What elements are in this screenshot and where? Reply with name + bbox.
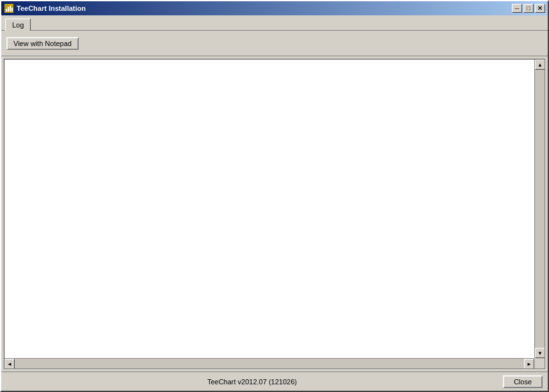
- version-text: TeeChart v2012.07 (121026): [6, 378, 498, 386]
- scroll-corner: [534, 358, 545, 368]
- window-title: TeeChart Installation: [17, 4, 86, 12]
- svg-rect-1: [6, 9, 7, 12]
- svg-rect-4: [12, 8, 13, 12]
- scrollbar-vertical: ▲ ▼: [534, 59, 545, 358]
- scroll-left-button[interactable]: ◄: [4, 359, 15, 369]
- svg-rect-2: [8, 7, 9, 12]
- title-bar-buttons: ─ □ ✕: [512, 4, 545, 13]
- scroll-right-button[interactable]: ►: [524, 359, 534, 369]
- title-bar-left: TeeChart Installation: [4, 3, 86, 13]
- scroll-up-button[interactable]: ▲: [535, 59, 545, 70]
- close-window-button[interactable]: ✕: [535, 4, 545, 13]
- scroll-down-button[interactable]: ▼: [535, 348, 545, 358]
- status-bar: TeeChart v2012.07 (121026) Close: [1, 372, 548, 391]
- toolbar: View with Notepad: [1, 31, 548, 56]
- log-panel: ▲ ▼ ◄ ►: [4, 59, 545, 369]
- svg-rect-3: [10, 6, 11, 12]
- tab-log[interactable]: Log: [5, 19, 31, 31]
- main-window: TeeChart Installation ─ □ ✕ Log View wit…: [0, 0, 549, 392]
- content-area: ▲ ▼ ◄ ►: [1, 56, 548, 372]
- log-content: [4, 59, 545, 358]
- close-button[interactable]: Close: [503, 375, 543, 388]
- scroll-track-horizontal[interactable]: [15, 359, 524, 368]
- chart-icon: [4, 3, 14, 13]
- minimize-button[interactable]: ─: [512, 4, 522, 13]
- maximize-button[interactable]: □: [523, 4, 534, 13]
- scroll-track-vertical[interactable]: [535, 70, 545, 348]
- view-notepad-button[interactable]: View with Notepad: [6, 37, 79, 50]
- tab-bar: Log: [1, 15, 548, 31]
- title-bar: TeeChart Installation ─ □ ✕: [1, 1, 548, 15]
- scrollbar-horizontal: ◄ ►: [4, 358, 534, 368]
